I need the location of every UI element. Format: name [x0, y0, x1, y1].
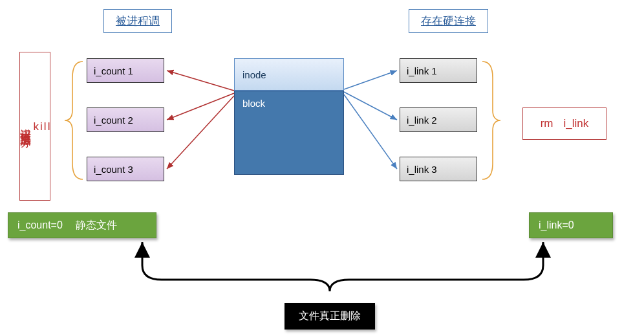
- result-left-label: 静态文件: [76, 219, 117, 232]
- arrow-to-link2: [344, 92, 397, 120]
- i-link-3: i_link 3: [400, 157, 477, 181]
- i-count-1: i_count 1: [87, 58, 164, 83]
- brace-bottom: [142, 243, 543, 291]
- arrow-to-link3: [344, 95, 397, 169]
- right-action-box: rm i_link: [522, 107, 606, 140]
- header-right: 存在硬连接: [409, 9, 488, 33]
- i-count-2: i_count 2: [87, 107, 164, 132]
- i-link-2: i_link 2: [400, 107, 477, 132]
- brace-right: [482, 62, 500, 179]
- inode-box: inode: [234, 58, 344, 91]
- rm-label: rm: [541, 117, 553, 130]
- rm-target: i_link: [564, 117, 589, 130]
- result-left-count: i_count=0: [17, 219, 63, 231]
- arrow-to-link1: [344, 71, 397, 89]
- arrow-to-count2: [167, 93, 234, 120]
- conclusion-box: 文件真正删除: [284, 303, 375, 330]
- arrow-to-count1: [167, 71, 234, 91]
- kill-label: kill: [34, 120, 52, 133]
- result-right: i_link=0: [529, 212, 613, 238]
- brace-left: [65, 62, 83, 179]
- block-box: block: [234, 91, 344, 175]
- i-link-1: i_link 1: [400, 58, 477, 83]
- left-action-text: 进程或重启服务: [20, 120, 32, 129]
- left-action-box: kill 进程或重启服务: [19, 52, 50, 201]
- i-count-3: i_count 3: [87, 157, 164, 181]
- result-left: i_count=0 静态文件: [8, 212, 156, 238]
- arrow-to-count3: [167, 96, 234, 169]
- header-left: 被进程调: [103, 9, 172, 33]
